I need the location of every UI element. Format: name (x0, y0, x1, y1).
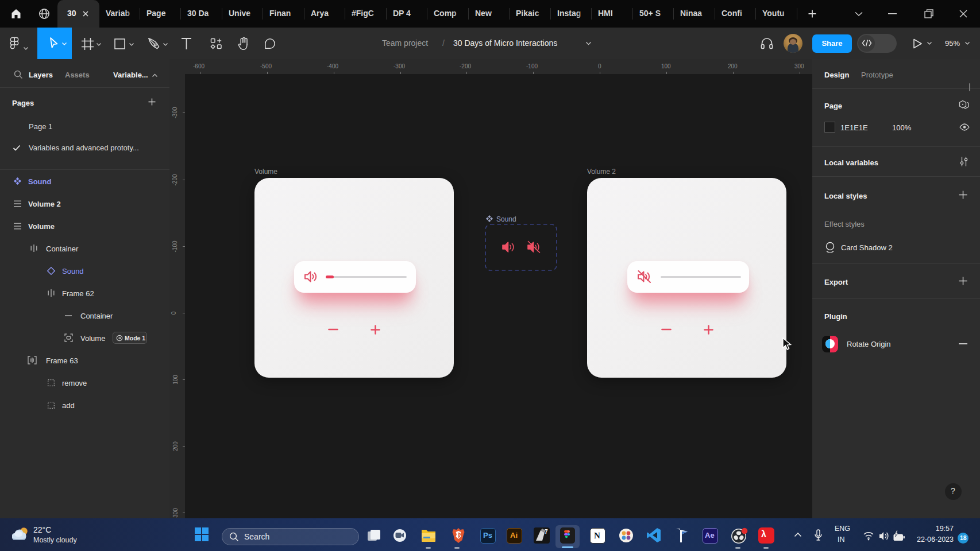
svg-text:7: 7 (545, 529, 548, 535)
